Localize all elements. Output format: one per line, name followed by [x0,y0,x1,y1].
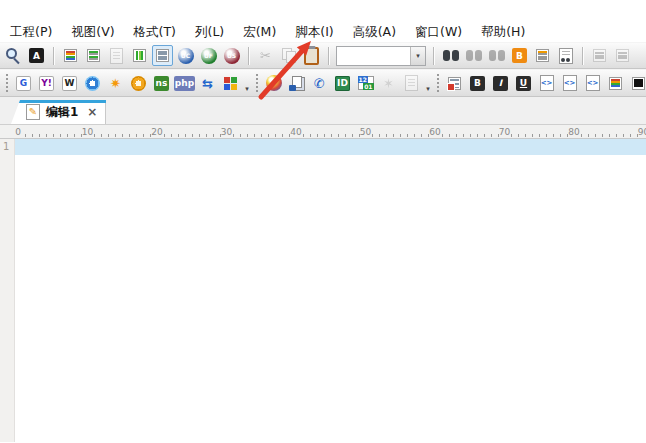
copy-history-icon[interactable] [286,73,307,94]
sparkle-icon[interactable]: ✷ [105,73,126,94]
menu-column[interactable]: 列(L) [193,23,226,42]
ruler-tick [470,134,471,137]
find-next-icon[interactable] [463,45,484,66]
menu-scripting[interactable]: 脚本(I) [293,23,335,42]
ruler-tick [449,134,450,137]
tag-find-icon[interactable]: <> [582,73,603,94]
uf-globe-icon[interactable]: UF [198,45,219,66]
toolbar-grip[interactable] [436,74,440,92]
menu-format[interactable]: 格式(T) [132,23,178,42]
search-combobox[interactable]: ▾ [336,46,426,66]
ruler-tick [407,134,408,137]
find-prev-icon[interactable] [486,45,507,66]
ruler-tick [345,134,346,137]
combo-dropdown-arrow-icon[interactable]: ▾ [410,47,425,65]
tab-label: 编辑1 [46,104,78,121]
ruler-tick [567,134,568,137]
font-icon[interactable]: A [26,45,47,66]
ruler-tick [74,134,75,137]
toolbar-grip[interactable] [255,74,259,92]
tab-edit1[interactable]: ✎ 编辑1 × [11,100,106,124]
bold-icon[interactable]: B [467,73,488,94]
ruler-tick [324,134,325,137]
word-wrap-icon[interactable] [589,45,610,66]
toolbar-separator [248,47,249,65]
menu-view[interactable]: 视图(V) [69,23,116,42]
ruler-tick [122,134,123,137]
ruler-tick [150,134,151,137]
toolbar-overflow-chevron[interactable]: ▾ [242,72,252,95]
highlight-lines-icon[interactable] [60,45,81,66]
column-mode-icon[interactable] [129,45,150,66]
toolbar-tools: GY!W✷nsphp⇆▾✆ID1201✶▾BIU<><><><> [0,69,646,97]
ruler-tick [518,134,519,137]
ruler-label-50: 50 [360,126,371,138]
phone-icon[interactable]: ✆ [309,73,330,94]
date-convert-icon[interactable]: 1201 [355,73,376,94]
ruler-tick [289,134,290,137]
preview-icon[interactable] [106,45,127,66]
ns-icon[interactable]: ns [151,73,172,94]
italic-icon[interactable]: I [490,73,511,94]
ruler-tick [317,134,318,137]
menu-project[interactable]: 工程(P) [8,23,54,42]
list-view-icon[interactable] [152,45,173,66]
titlebar-space [0,0,646,22]
ruler-label-0: 0 [15,126,21,138]
ruler-tick [199,134,200,137]
zoom-icon[interactable] [3,45,24,66]
colors-grid-icon[interactable] [220,73,241,94]
ruler-tick [581,134,582,137]
menu-macro[interactable]: 宏(M) [241,23,278,42]
sync-icon[interactable]: ⇆ [197,73,218,94]
tag-jump-icon[interactable]: <> [536,73,557,94]
ruler-tick [539,134,540,137]
pencil-icon: ✎ [26,104,40,120]
find-in-files-icon[interactable] [555,45,576,66]
ruler-tick [32,134,33,137]
yahoo-icon[interactable]: Y! [36,73,57,94]
toolbar-overflow-chevron[interactable]: ▾ [423,72,433,95]
ruler-tick [477,134,478,137]
us-globe-icon[interactable]: US [221,45,242,66]
wikipedia-icon[interactable]: W [59,73,80,94]
ruler-tick [331,134,332,137]
underline-icon[interactable]: U [513,73,534,94]
reformat-lines-icon[interactable] [83,45,104,66]
ruler-tick [268,134,269,137]
find-in-lines-icon[interactable] [532,45,553,66]
ruler-tick [185,134,186,137]
uc-globe-icon[interactable]: UC [175,45,196,66]
toolbar-grip[interactable] [5,74,9,92]
find-icon[interactable] [440,45,461,66]
copy-icon[interactable] [278,45,299,66]
template-icon[interactable] [401,73,422,94]
magic-wand-icon[interactable]: ✶ [378,73,399,94]
align-lines-icon[interactable] [612,45,633,66]
text-edit-area[interactable] [15,139,646,442]
color-sphere-icon[interactable] [263,73,284,94]
id-icon[interactable]: ID [332,73,353,94]
ruler-tick [400,134,401,137]
ruler-tick [39,134,40,137]
google-icon[interactable]: G [13,73,34,94]
plain-text-icon[interactable] [628,73,646,94]
cut-icon[interactable]: ✂ [255,45,276,66]
tag-list-icon[interactable]: <> [559,73,580,94]
menu-help[interactable]: 帮助(H) [479,23,527,42]
clock-icon[interactable] [128,73,149,94]
ruler-tick [178,134,179,137]
msn-search-icon[interactable] [82,73,103,94]
tab-close-icon[interactable]: × [87,105,97,119]
list-remove-icon[interactable] [444,73,465,94]
menu-advanced[interactable]: 高级(A) [351,23,398,42]
syntax-color-icon[interactable] [605,73,626,94]
replace-icon[interactable]: B [509,45,530,66]
ruler-tick [136,134,137,137]
column-ruler: 0102030405060708090 [0,125,646,139]
paste-icon[interactable] [301,45,322,66]
php-icon[interactable]: php [174,73,195,94]
menu-window[interactable]: 窗口(W) [413,23,464,42]
ruler-tick [553,134,554,137]
active-line-highlight [15,139,646,155]
